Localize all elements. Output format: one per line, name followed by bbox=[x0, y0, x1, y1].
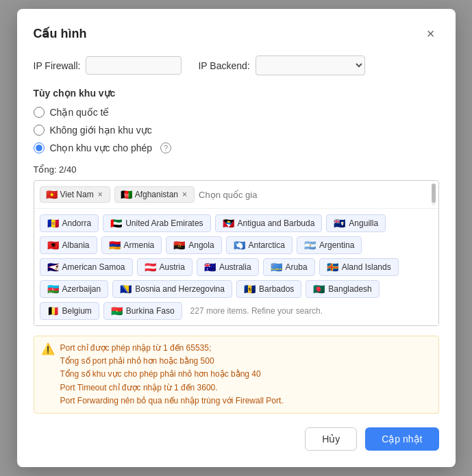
country-flag: 🇦🇬 bbox=[223, 218, 234, 229]
country-chip[interactable]: 🇧🇩Bangladesh bbox=[306, 280, 379, 298]
country-flag: 🇧🇩 bbox=[313, 284, 325, 295]
country-chips-list: 🇦🇩Andorra🇦🇪United Arab Emirates🇦🇬Antigua… bbox=[34, 209, 438, 325]
tag-afghanistan-remove[interactable]: × bbox=[181, 190, 188, 199]
country-flag: 🇦🇸 bbox=[47, 262, 59, 273]
country-name: Albania bbox=[62, 240, 90, 250]
country-chip[interactable]: 🇦🇲Armenia bbox=[101, 236, 162, 254]
country-chip[interactable]: 🇦🇴Angola bbox=[166, 236, 221, 254]
tag-vietnam-remove[interactable]: × bbox=[97, 190, 104, 199]
country-flag: 🇦🇩 bbox=[47, 218, 59, 229]
info-line: Port Forwarding nên bỏ qua nếu nhập trùn… bbox=[60, 396, 284, 405]
country-flag: 🇦🇪 bbox=[110, 218, 122, 229]
country-count-label: Tổng: 2/40 bbox=[34, 164, 439, 175]
info-box: ⚠️ Port chỉ được phép nhập từ 1 đến 6553… bbox=[34, 336, 439, 414]
tag-vietnam-name: Viet Nam bbox=[60, 190, 94, 199]
country-name: Bosnia and Herzegovina bbox=[135, 284, 225, 294]
country-chip[interactable]: 🇧🇫Burkina Faso bbox=[103, 302, 182, 320]
selected-tags-row: 🇻🇳 Viet Nam × 🇦🇫 Afghanistan × bbox=[34, 181, 438, 209]
country-flag: 🇦🇷 bbox=[304, 240, 316, 251]
ip-firewall-label: IP Firewall: bbox=[34, 60, 81, 71]
country-flag: 🇦🇹 bbox=[145, 262, 156, 273]
country-chip[interactable]: 🇦🇮Anguilla bbox=[326, 214, 386, 232]
region-radio-group: Chặn quốc tế Không giới hạn khu vực Chọn… bbox=[34, 107, 439, 153]
country-name: Argentina bbox=[319, 240, 354, 250]
country-chip[interactable]: 🇦🇺Australia bbox=[197, 258, 259, 276]
country-name: Aland Islands bbox=[342, 262, 391, 272]
country-name: American Samoa bbox=[62, 262, 125, 272]
ip-firewall-input[interactable] bbox=[86, 56, 182, 75]
country-chip[interactable]: 🇦🇩Andorra bbox=[40, 214, 99, 232]
country-chip[interactable]: 🇦🇪United Arab Emirates bbox=[103, 214, 210, 232]
country-name: Aruba bbox=[286, 262, 308, 272]
country-name: Antigua and Barbuda bbox=[238, 218, 315, 228]
country-name: Belgium bbox=[62, 306, 92, 316]
tags-scrollbar[interactable] bbox=[432, 184, 436, 205]
radio-block[interactable]: Chặn quốc tế bbox=[34, 107, 439, 118]
country-selector-box: 🇻🇳 Viet Nam × 🇦🇫 Afghanistan × 🇦🇩Andorra… bbox=[34, 180, 439, 326]
country-chip[interactable]: 🇦🇹Austria bbox=[137, 258, 192, 276]
country-name: Burkina Faso bbox=[126, 306, 175, 316]
country-flag: 🇧🇦 bbox=[120, 284, 132, 295]
country-name: Anguilla bbox=[349, 218, 378, 228]
radio-block-input[interactable] bbox=[34, 107, 45, 118]
country-chip[interactable]: 🇦🇷Argentina bbox=[297, 236, 362, 254]
country-flag: 🇧🇪 bbox=[47, 305, 59, 316]
country-chip[interactable]: 🇧🇦Bosnia and Herzegovina bbox=[112, 280, 232, 298]
country-flag: 🇧🇫 bbox=[111, 305, 123, 316]
modal-footer: Hủy Cập nhật bbox=[34, 427, 439, 451]
country-name: Bangladesh bbox=[328, 284, 371, 294]
country-chip[interactable]: 🇦🇸American Samoa bbox=[40, 258, 133, 276]
region-section-title: Tùy chọn khu vực bbox=[34, 88, 439, 99]
ip-backend-select[interactable] bbox=[256, 55, 365, 75]
cancel-button[interactable]: Hủy bbox=[305, 427, 357, 451]
tag-afghanistan-flag: 🇦🇫 bbox=[121, 189, 132, 200]
country-flag: 🇧🇧 bbox=[244, 284, 256, 295]
radio-whitelist-label: Chọn khu vực cho phép bbox=[50, 142, 153, 153]
tag-vietnam: 🇻🇳 Viet Nam × bbox=[40, 186, 110, 203]
radio-block-label: Chặn quốc tế bbox=[50, 107, 110, 118]
info-line: Port Timeout chỉ được nhập từ 1 đến 3600… bbox=[60, 383, 218, 392]
country-name: Austria bbox=[160, 262, 185, 272]
radio-no-limit-input[interactable] bbox=[34, 125, 45, 136]
ip-backend-field: IP Backend: bbox=[198, 55, 364, 75]
country-flag: 🇦🇶 bbox=[234, 240, 245, 251]
country-name: Antarctica bbox=[249, 240, 285, 250]
tag-afghanistan: 🇦🇫 Afghanistan × bbox=[114, 186, 195, 203]
country-chip[interactable]: 🇦🇱Albania bbox=[40, 236, 97, 254]
warning-icon: ⚠️ bbox=[41, 342, 55, 355]
country-flag: 🇦🇺 bbox=[204, 262, 216, 273]
tags-scrollbar-thumb bbox=[432, 184, 436, 203]
country-chip[interactable]: 🇧🇪Belgium bbox=[40, 302, 99, 320]
update-button[interactable]: Cập nhật bbox=[365, 427, 438, 451]
radio-whitelist[interactable]: Chọn khu vực cho phép ? bbox=[34, 142, 439, 153]
ip-backend-label: IP Backend: bbox=[198, 60, 249, 71]
country-flag: 🇦🇽 bbox=[327, 262, 338, 273]
country-flag: 🇦🇿 bbox=[47, 284, 59, 295]
ip-firewall-field: IP Firewall: bbox=[34, 56, 182, 75]
country-name: Barbados bbox=[259, 284, 294, 294]
help-icon[interactable]: ? bbox=[160, 142, 171, 153]
config-modal: Cấu hình × IP Firewall: IP Backend: Tùy … bbox=[17, 9, 456, 467]
country-name: Azerbaijan bbox=[62, 284, 101, 294]
info-line: Tổng số port phải nhỏ hơn hoặc bằng 500 bbox=[60, 356, 214, 366]
more-items-label: 227 more items. Refine your search. bbox=[186, 303, 327, 318]
info-line: Tổng số khu vực cho phép phải nhỏ hơn ho… bbox=[60, 369, 261, 379]
country-search-input[interactable] bbox=[199, 190, 417, 200]
country-chip[interactable]: 🇦🇿Azerbaijan bbox=[40, 280, 109, 298]
country-chip[interactable]: 🇦🇼Aruba bbox=[263, 258, 315, 276]
country-chip[interactable]: 🇧🇧Barbados bbox=[236, 280, 301, 298]
radio-no-limit-label: Không giới hạn khu vực bbox=[50, 125, 152, 136]
ip-config-row: IP Firewall: IP Backend: bbox=[34, 55, 439, 75]
country-flag: 🇦🇼 bbox=[271, 262, 282, 273]
close-button[interactable]: × bbox=[423, 25, 439, 42]
country-chip[interactable]: 🇦🇽Aland Islands bbox=[319, 258, 399, 276]
country-chip[interactable]: 🇦🇬Antigua and Barbuda bbox=[215, 214, 323, 232]
country-flag: 🇦🇲 bbox=[109, 240, 121, 251]
tags-scrollbar-track bbox=[432, 184, 436, 205]
radio-no-limit[interactable]: Không giới hạn khu vực bbox=[34, 125, 439, 136]
country-name: Andorra bbox=[62, 218, 92, 228]
modal-header: Cấu hình × bbox=[34, 25, 439, 42]
radio-whitelist-input[interactable] bbox=[34, 142, 45, 153]
country-name: Armenia bbox=[124, 240, 155, 250]
country-chip[interactable]: 🇦🇶Antarctica bbox=[226, 236, 293, 254]
